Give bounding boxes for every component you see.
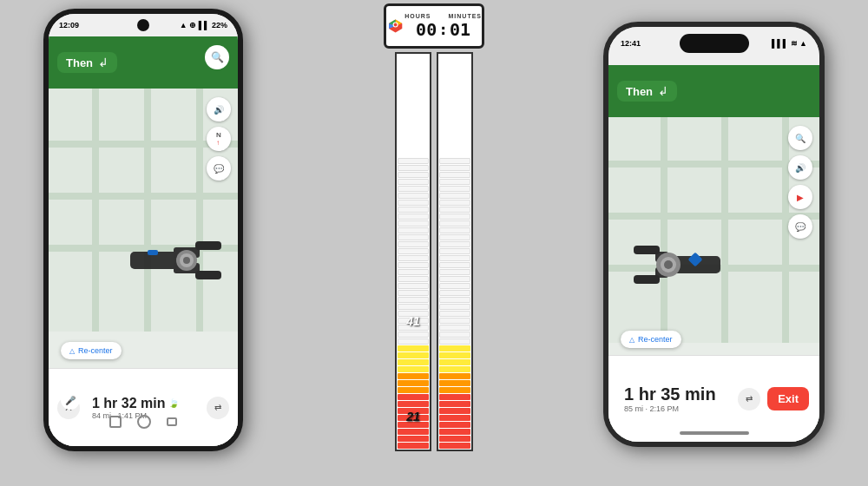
minutes-value: 01 (450, 19, 470, 40)
left-nav-header: Then ↲ 🔍 (49, 36, 238, 89)
right-turn-arrow: ↲ (658, 84, 668, 98)
right-time-remaining: 1 hr 35 min (624, 384, 716, 404)
right-status-area: 12:41 ▌▌▌ ≋ ▲ (608, 27, 819, 65)
road-h2 (49, 193, 238, 200)
timer-header: HOURS MINUTES 00 : 01 (384, 3, 484, 49)
right-recenter-label: Re-center (638, 335, 673, 344)
right-dynamic-island (680, 34, 749, 53)
svg-point-15 (183, 257, 190, 264)
road-v1 (92, 89, 99, 332)
left-side-buttons: 🔊 N↑ 💬 (207, 97, 231, 181)
left-route-icon: ⇄ (214, 403, 221, 412)
svg-rect-12 (195, 271, 221, 279)
left-then-bubble: Then ↲ (57, 52, 117, 73)
hours-value: 00 (416, 19, 437, 40)
timer-colon: : (438, 20, 448, 38)
minutes-label: MINUTES (449, 13, 483, 19)
left-google-mic[interactable]: 🎤 (61, 391, 80, 410)
meter-number-21: 21 (406, 410, 420, 424)
right-nav-time: 1 hr 35 min (624, 384, 731, 404)
right-speech-button[interactable]: 💬 (788, 214, 812, 239)
svg-point-24 (664, 260, 673, 269)
right-volume-button[interactable]: 🔊 (788, 155, 812, 180)
svg-rect-16 (148, 250, 158, 255)
right-nav-details: 85 mi · 2:16 PM (624, 404, 731, 413)
meter-bar-left: 41 21 (395, 52, 431, 451)
left-search-button[interactable]: 🔍 (205, 45, 229, 69)
right-cursor-button[interactable]: ▶ (788, 185, 812, 209)
left-time-remaining: 1 hr 32 min (92, 396, 165, 411)
right-meter-segments (438, 157, 471, 450)
left-compass-button[interactable]: N↑ (207, 127, 231, 151)
right-then-bubble: Then ↲ (617, 81, 677, 102)
right-recenter-button[interactable]: △ Re-center (621, 331, 681, 348)
left-volume-icon: 🔊 (214, 105, 224, 115)
left-status-time: 12:09 (59, 21, 79, 30)
left-speech-icon: 💬 (214, 164, 224, 174)
right-route-icon: ⇄ (746, 394, 753, 404)
timer-digits: 00 : 01 (416, 19, 470, 40)
right-recenter-icon: △ (629, 336, 635, 344)
left-speech-button[interactable]: 💬 (207, 156, 231, 181)
timer-labels: HOURS MINUTES (404, 13, 482, 19)
right-speech-icon: 💬 (795, 222, 806, 232)
right-clamp (621, 208, 733, 321)
meter-bar-right (437, 52, 473, 451)
maps-icon (386, 14, 404, 38)
svg-point-7 (394, 23, 398, 27)
right-home-indicator (680, 431, 749, 435)
right-nav-bottom: 1 hr 35 min 85 mi · 2:16 PM ⇄ Exit (608, 355, 819, 442)
right-status-time: 12:41 (621, 39, 641, 48)
left-volume-button[interactable]: 🔊 (207, 97, 231, 122)
left-clamp (122, 208, 226, 312)
left-search-icon: 🔍 (211, 51, 224, 63)
center-timer-section: HOURS MINUTES 00 : 01 (382, 0, 486, 486)
left-status-icons: ▲ ⊕ ▌▌ 22% (180, 21, 227, 30)
left-route-button[interactable]: ⇄ (207, 397, 229, 419)
right-then-text: Then (626, 85, 653, 98)
right-exit-button[interactable]: Exit (767, 387, 809, 410)
right-arrival: 2:16 PM (650, 404, 680, 413)
left-meter-segments (397, 157, 430, 450)
left-mic-icon: 🎤 (65, 396, 76, 405)
right-status-icons: ▌▌▌ ≋ ▲ (772, 39, 807, 48)
right-cursor-icon: ▶ (797, 193, 804, 202)
left-camera (137, 19, 149, 31)
left-recenter-label: Re-center (78, 346, 113, 355)
left-android-nav (109, 415, 177, 429)
left-turn-arrow: ↲ (98, 56, 108, 69)
meter-number-41: 41 (406, 314, 420, 328)
right-side-buttons: 🔍 🔊 ▶ 💬 (788, 126, 812, 239)
right-route-button[interactable]: ⇄ (738, 388, 760, 410)
hours-label: HOURS (404, 13, 431, 19)
right-search-button[interactable]: 🔍 (788, 126, 812, 150)
timer-display: HOURS MINUTES 00 : 01 (404, 13, 482, 40)
left-distance: 84 mi (92, 411, 111, 420)
left-back-btn[interactable] (109, 416, 122, 428)
left-recenter-icon: △ (69, 347, 75, 355)
left-compass-icon: N↑ (216, 131, 221, 147)
right-nav-header: Then ↲ (608, 65, 819, 117)
right-volume-icon: 🔊 (795, 163, 806, 173)
right-nav-info: 1 hr 35 min 85 mi · 2:16 PM (619, 384, 731, 413)
left-nav-time: 1 hr 32 min 🍃 (92, 396, 200, 411)
meter-container: 41 21 (395, 52, 473, 486)
svg-rect-11 (195, 241, 221, 250)
svg-rect-20 (634, 246, 660, 254)
left-nav-bottom: ✕ 1 hr 32 min 🍃 84 mi · 1:41 PM ⇄ (49, 368, 238, 446)
svg-rect-21 (634, 275, 660, 284)
right-search-icon: 🔍 (795, 134, 806, 143)
left-then-text: Then (66, 56, 93, 69)
left-recent-btn[interactable] (167, 417, 177, 426)
left-leaf-icon: 🍃 (168, 398, 179, 408)
left-recenter-button[interactable]: △ Re-center (61, 342, 122, 359)
right-distance: 85 mi (624, 404, 643, 413)
left-home-btn[interactable] (137, 415, 151, 429)
